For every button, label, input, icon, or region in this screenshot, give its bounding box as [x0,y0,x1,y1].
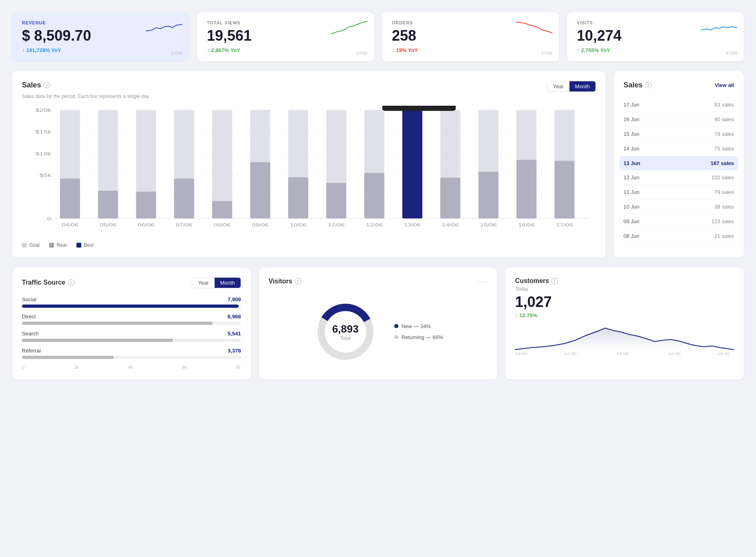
donut-label: 6,893 Total [332,322,358,341]
traffic-axis-label: 4k [128,365,133,370]
svg-text:15/06: 15/06 [480,222,497,227]
visitors-legend-returning: Returning — 66% [394,334,443,340]
visitors-info-icon[interactable]: i [295,278,301,285]
sales-toggle-month[interactable]: Month [569,81,595,91]
sales-chart-title: Sales i [22,81,50,89]
bar-track [22,322,241,325]
sales-list-date: 14 Jun [623,146,639,152]
sales-chart-card: Sales i Year Month Sales data for the pe… [12,71,606,258]
visitors-returning-dot [394,335,398,339]
orders-change: 19% YoY [392,47,549,53]
sales-list-date: 17 Jun [623,102,639,108]
traffic-bar-row: Direct 6,968 [22,313,241,325]
svg-text:17/06: 17/06 [556,222,573,227]
svg-rect-35 [478,172,498,218]
visitors-header: Visitors i ··· [269,277,488,286]
sales-list-row: 08 Jun 21 sales [623,229,734,244]
sales-chart-header: Sales i Year Month [22,81,596,92]
traffic-toggle-month[interactable]: Month [215,278,241,288]
sales-list-count: 38 sales [715,204,734,210]
legend-real-dot [49,243,54,248]
orders-date: 17/06 [541,51,552,56]
sales-list-row: 09 Jun 123 sales [623,214,734,229]
legend-goal-dot [22,243,27,248]
svg-text:09/06: 09/06 [252,222,269,227]
svg-rect-16 [136,191,156,218]
total-views-date: 17/06 [356,51,367,56]
total-views-sparkline [331,19,367,37]
legend-best: Best [76,242,93,248]
bar-label: Social [22,296,36,302]
bar-fill [22,305,239,308]
traffic-axis-label: 2k [74,365,79,370]
bar-label-row: Referral 3,378 [22,348,241,354]
sales-toggle-year[interactable]: Year [547,81,569,91]
sales-list-date: 13 Jun [623,160,640,166]
customers-change: ↑ 12.75% [515,312,734,318]
bar-value: 3,378 [228,348,241,354]
sales-list-header: Sales i View all [623,81,734,89]
svg-rect-29 [364,173,384,218]
traffic-title: Traffic Source i [22,279,74,286]
bar-label-row: Direct 6,968 [22,313,241,320]
bar-value: 7,909 [228,296,241,302]
revenue-arrow-up-icon [22,47,25,53]
bar-fill [22,322,213,325]
svg-text:10:00: 10:00 [515,351,527,355]
revenue-sparkline [146,19,182,37]
customers-chart-svg: 10:00 12:00 14:00 16:00 18:00 [515,323,734,356]
sales-list-row: 12 Jun 102 sales [623,170,734,185]
sales-list-row: 16 Jun 90 sales [623,112,734,127]
visitors-legend-new: New — 34% [394,323,443,329]
sales-chart-svg: $20k $15k $10k $5k 0 [22,106,596,236]
traffic-toggle-year[interactable]: Year [192,278,214,288]
orders-sparkline [516,19,552,37]
customers-value: 1,027 [515,294,734,311]
orders-arrow-down-icon [392,47,395,53]
visits-change: 2,765% YoY [577,47,734,53]
sales-list-date: 15 Jun [623,131,639,137]
customers-arrow-up-icon: ↑ [515,312,518,318]
view-all-link[interactable]: View all [715,82,734,88]
sales-list-date: 11 Jun [623,189,639,195]
svg-rect-25 [288,177,308,218]
traffic-info-icon[interactable]: i [68,279,74,286]
orders-card: ORDERS 258 19% YoY 17/06 [382,12,559,61]
svg-text:$20k: $20k [35,107,52,113]
svg-text:18:00: 18:00 [718,351,730,355]
customers-info-icon[interactable]: i [552,278,558,284]
sales-list-date: 08 Jun [623,233,639,239]
visitors-content: 6,893 Total New — 34% Returning — 66% [269,294,488,370]
sales-list-row: 13 Jun 167 sales [619,156,738,170]
sales-list-rows: 17 Jun 93 sales 16 Jun 90 sales 15 Jun 7… [623,98,734,244]
svg-text:16:00: 16:00 [668,351,680,355]
sales-list-count: 123 sales [711,218,734,224]
sales-list-count: 79 sales [715,189,734,195]
svg-text:$15k: $15k [35,129,52,134]
traffic-card: Traffic Source i Year Month Social 7,909… [12,268,251,379]
visitors-donut: 6,893 Total [313,299,378,364]
visitors-dots-menu[interactable]: ··· [479,277,487,286]
customers-header: Customers i [515,277,734,285]
svg-text:14/06: 14/06 [442,222,459,227]
svg-text:13/06: 13/06 [404,222,421,227]
svg-rect-37 [517,160,537,218]
sales-list-count: 102 sales [711,174,734,181]
bar-label-row: Search 5,541 [22,331,241,337]
visits-date: 17/06 [726,51,737,56]
sales-list-info-icon[interactable]: i [645,82,652,88]
legend-goal: Goal [22,242,39,248]
sales-info-icon[interactable]: i [43,82,50,88]
svg-rect-12 [60,178,80,218]
traffic-bar-row: Referral 3,378 [22,348,241,359]
traffic-bars: Social 7,909 Direct 6,968 Search 5,541 [22,296,241,359]
revenue-date: 17/06 [171,51,182,56]
bar-fill [22,356,114,359]
traffic-axis-label: 0 [22,365,24,370]
bar-fill [22,339,173,342]
sales-list-row: 11 Jun 79 sales [623,185,734,200]
sales-list-count: 167 sales [710,160,734,166]
sales-list-row: 14 Jun 75 sales [623,141,734,156]
bar-label-row: Social 7,909 [22,296,241,302]
sales-list-count: 93 sales [715,102,734,108]
